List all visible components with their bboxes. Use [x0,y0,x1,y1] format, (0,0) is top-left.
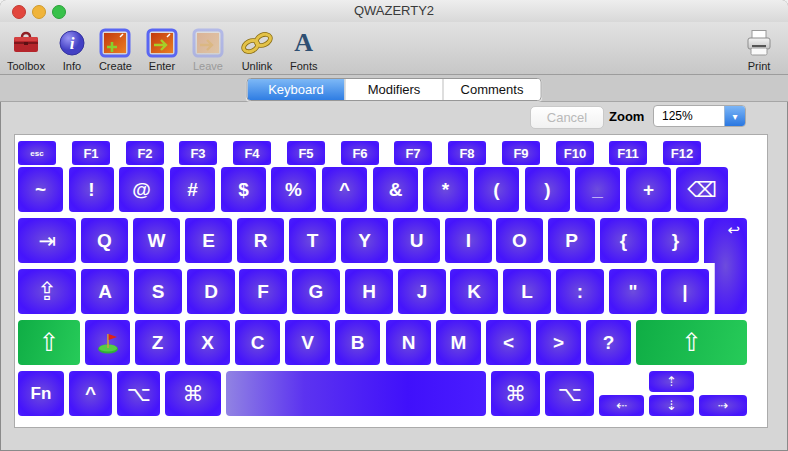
key-e[interactable]: E [185,218,232,263]
tab-modifiers[interactable]: Modifiers [345,79,443,100]
key-a[interactable]: A [81,269,129,314]
toolbar-item-create[interactable]: Create [92,26,139,72]
key-g[interactable]: G [292,269,340,314]
chevron-down-icon[interactable]: ▾ [724,106,745,126]
key-option-right[interactable]: ⌥ [545,371,594,416]
key-at[interactable]: @ [119,167,164,212]
key-d[interactable]: D [187,269,235,314]
key-plus[interactable]: + [626,167,671,212]
golf-flag-icon [95,331,121,355]
toolbar-item-label: Fonts [290,60,318,72]
key-f3[interactable]: F3 [179,141,217,165]
key-underscore[interactable]: _ [575,167,620,212]
toolbar-item-label: Leave [193,60,223,72]
key-percent[interactable]: % [271,167,316,212]
key-fn[interactable]: Fn [18,371,64,416]
key-shift-left[interactable]: ⇧ [18,320,80,365]
toolbar-item-info[interactable]: i Info [52,26,92,72]
key-paren-right[interactable]: ) [525,167,570,212]
toolbar-item-print[interactable]: Print [737,26,788,72]
key-z[interactable]: Z [135,320,180,365]
key-c[interactable]: C [235,320,280,365]
key-caps-lock[interactable]: ⇪ [18,269,76,314]
key-i[interactable]: I [445,218,492,263]
key-less[interactable]: < [486,320,531,365]
key-arrow-up[interactable]: ⇡ [649,371,694,392]
key-delete[interactable]: ⌫ [676,167,728,212]
key-q[interactable]: Q [81,218,128,263]
key-p[interactable]: P [548,218,595,263]
zoom-select[interactable]: 125% ▾ [653,105,746,127]
enter-key-icon [146,27,178,59]
key-command-right[interactable]: ⌘ [491,371,540,416]
key-f12[interactable]: F12 [663,141,701,165]
key-h[interactable]: H [345,269,393,314]
key-f1[interactable]: F1 [72,141,110,165]
key-return[interactable]: ↩ [704,218,747,314]
key-n[interactable]: N [386,320,431,365]
toolbar-item-enter[interactable]: Enter [139,26,185,72]
key-f6[interactable]: F6 [341,141,379,165]
key-r[interactable]: R [237,218,284,263]
key-k[interactable]: K [450,269,498,314]
key-b[interactable]: B [335,320,380,365]
key-f7[interactable]: F7 [394,141,432,165]
key-ampersand[interactable]: & [373,167,418,212]
key-f5[interactable]: F5 [287,141,325,165]
key-colon[interactable]: : [556,269,604,314]
key-brace-right[interactable]: } [652,218,699,263]
key-hash[interactable]: # [170,167,215,212]
key-space[interactable] [226,371,486,416]
key-u[interactable]: U [393,218,440,263]
key-tab[interactable]: ⇥ [18,218,76,263]
key-dollar[interactable]: $ [221,167,266,212]
key-quote[interactable]: " [609,269,657,314]
toolbar-item-label: Unlink [242,60,273,72]
key-arrow-left[interactable]: ⇠ [599,395,644,416]
key-arrow-down[interactable]: ⇣ [649,395,694,416]
key-option-left[interactable]: ⌥ [117,371,160,416]
key-f10[interactable]: F10 [556,141,594,165]
tab-comments[interactable]: Comments [443,79,541,100]
key-shift-right[interactable]: ⇧ [636,320,747,365]
key-f9[interactable]: F9 [502,141,540,165]
key-f2[interactable]: F2 [126,141,164,165]
key-x[interactable]: X [185,320,230,365]
tab-keyboard[interactable]: Keyboard [248,79,345,100]
toolbar-item-label: Enter [149,60,175,72]
key-control[interactable]: ^ [69,371,112,416]
key-y[interactable]: Y [341,218,388,263]
key-f11[interactable]: F11 [609,141,647,165]
key-m[interactable]: M [436,320,481,365]
key-caret[interactable]: ^ [322,167,367,212]
key-esc[interactable]: esc [18,141,56,165]
key-brace-left[interactable]: { [600,218,647,263]
key-paren-left[interactable]: ( [474,167,519,212]
title-bar: QWAZERTY2 [0,0,788,22]
key-v[interactable]: V [285,320,330,365]
key-command-left[interactable]: ⌘ [165,371,221,416]
key-asterisk[interactable]: * [423,167,468,212]
key-greater[interactable]: > [536,320,581,365]
key-question[interactable]: ? [586,320,631,365]
toolbar-item-label: Print [748,60,771,72]
key-l[interactable]: L [503,269,551,314]
key-pipe[interactable]: | [661,269,709,314]
key-tilde[interactable]: ~ [18,167,63,212]
toolbar-item-label: Toolbox [7,60,45,72]
key-golf[interactable] [85,320,130,365]
toolbar-item-unlink[interactable]: Unlink [231,26,283,72]
key-s[interactable]: S [134,269,182,314]
key-t[interactable]: T [289,218,336,263]
key-w[interactable]: W [133,218,180,263]
key-f8[interactable]: F8 [448,141,486,165]
toolbar-item-toolbox[interactable]: Toolbox [0,26,52,72]
key-j[interactable]: J [398,269,446,314]
toolbar-item-fonts[interactable]: A Fonts [283,26,325,72]
key-arrow-right[interactable]: ⇢ [699,395,747,416]
key-f[interactable]: F [239,269,287,314]
key-f4[interactable]: F4 [233,141,271,165]
key-exclam[interactable]: ! [69,167,114,212]
key-o[interactable]: O [496,218,543,263]
unlink-chain-icon [238,27,276,59]
